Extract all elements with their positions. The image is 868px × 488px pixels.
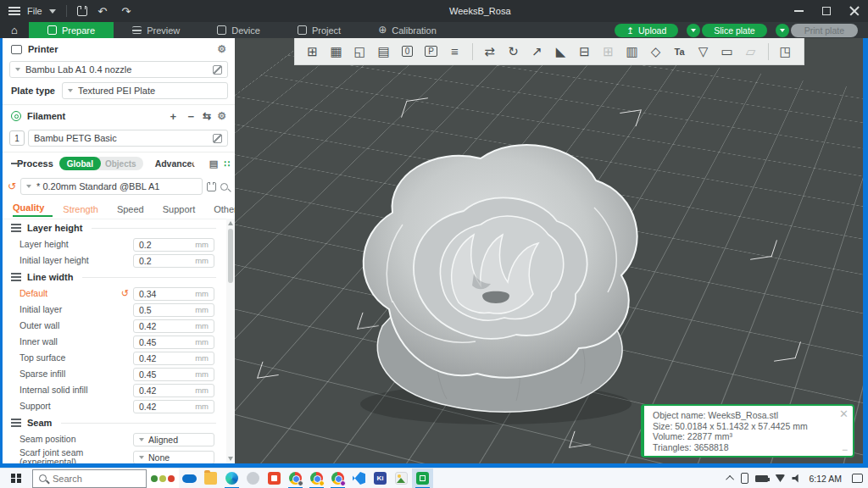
support-line-width-input[interactable]: 0.42mm	[133, 400, 214, 413]
tab-speed[interactable]: Speed	[117, 204, 153, 217]
mesh-boolean-icon[interactable]: ◇	[645, 42, 667, 62]
news-widget[interactable]	[147, 469, 179, 488]
scarf-joint-seam-dropdown[interactable]: None	[133, 451, 214, 463]
plate-p-icon[interactable]: P	[420, 42, 442, 62]
taskbar-search[interactable]	[32, 469, 147, 488]
tab-strength[interactable]: Strength	[63, 204, 107, 217]
tab-project[interactable]: Project	[279, 22, 359, 38]
close-button[interactable]	[849, 6, 860, 16]
taskbar-chrome-3[interactable]	[327, 469, 348, 488]
scale-icon[interactable]: ↗	[526, 42, 548, 62]
upload-button[interactable]: ↥ Upload	[615, 24, 678, 37]
reset-process-icon[interactable]: ↺	[8, 180, 16, 192]
undo-icon[interactable]: ↶	[94, 5, 111, 18]
text-tool-icon[interactable]: Ta	[669, 42, 691, 62]
plate-0-icon[interactable]: 0	[397, 42, 419, 62]
home-button[interactable]: ⌂	[0, 22, 29, 38]
edit-printer-icon[interactable]	[213, 65, 222, 75]
taskbar-kicad[interactable]: Ki	[370, 469, 391, 488]
collapse-info-icon[interactable]: −	[842, 445, 848, 455]
battery-icon[interactable]	[755, 475, 768, 482]
add-model-icon[interactable]: ⊞	[302, 42, 324, 62]
scroll-down-icon[interactable]	[228, 457, 233, 461]
compare-presets-icon[interactable]: ∷	[224, 158, 231, 169]
plate-type-dropdown[interactable]: Textured PEI Plate	[62, 82, 228, 99]
slice-options-chevron[interactable]	[687, 24, 700, 37]
split-to-objects-icon[interactable]: ⊟	[574, 42, 596, 62]
variable-layer-height-icon[interactable]: ▥	[621, 42, 643, 62]
auto-orient-icon[interactable]: ◱	[349, 42, 371, 62]
scope-global-pill[interactable]: Global	[59, 157, 101, 170]
add-plate-icon[interactable]: ▦	[326, 42, 348, 62]
rotate-icon[interactable]: ↻	[503, 42, 525, 62]
wifi-icon[interactable]	[775, 474, 785, 482]
scroll-up-icon[interactable]	[228, 221, 233, 225]
scrollbar-thumb[interactable]	[228, 229, 233, 283]
phone-link-icon[interactable]	[741, 473, 748, 484]
sync-filament-icon[interactable]: ⇆	[203, 110, 211, 122]
clock[interactable]: 6:12 AM	[809, 474, 842, 484]
printer-preset-dropdown[interactable]: Bambu Lab A1 0.4 nozzle	[9, 61, 228, 78]
volume-icon[interactable]	[792, 474, 802, 483]
outer-wall-line-width-input[interactable]: 0.42mm	[133, 319, 214, 333]
taskbar-paint-app[interactable]	[242, 469, 264, 488]
rose-model[interactable]	[308, 130, 681, 426]
menu-icon[interactable]	[8, 7, 20, 15]
layers-icon[interactable]: ≡	[444, 42, 466, 62]
taskbar-photos[interactable]	[391, 469, 412, 488]
measure-icon[interactable]: ▭	[716, 42, 738, 62]
taskbar-edge[interactable]	[221, 469, 242, 488]
taskbar-file-explorer[interactable]	[200, 469, 221, 488]
inner-wall-line-width-input[interactable]: 0.45mm	[133, 336, 214, 349]
reset-value-icon[interactable]: ↺	[121, 288, 129, 299]
tab-device[interactable]: Device	[198, 22, 279, 38]
close-info-icon[interactable]: ✕	[839, 408, 849, 419]
search-settings-icon[interactable]	[220, 183, 228, 191]
initial-layer-line-width-input[interactable]: 0.5mm	[133, 303, 214, 317]
file-menu[interactable]: File	[27, 6, 42, 16]
process-preset-dropdown[interactable]: * 0.20mm Standard @BBL A1	[20, 178, 203, 195]
taskbar-orange-app[interactable]	[264, 469, 285, 488]
filament-settings-gear-icon[interactable]: ⚙	[217, 111, 226, 121]
save-preset-icon[interactable]	[207, 182, 216, 191]
move-icon[interactable]: ⇄	[479, 42, 501, 62]
filament-preset-dropdown[interactable]: Bambu PETG Basic	[28, 130, 228, 147]
taskbar-onedrive[interactable]	[179, 469, 200, 488]
printer-settings-gear-icon[interactable]: ⚙	[217, 44, 226, 54]
search-input[interactable]	[53, 474, 129, 484]
save-icon[interactable]	[77, 6, 87, 16]
file-menu-chevron-icon[interactable]	[49, 9, 56, 14]
top-surface-line-width-input[interactable]: 0.42mm	[133, 352, 214, 365]
layer-height-input[interactable]: 0.2mm	[133, 238, 214, 252]
print-plate-button[interactable]: Print plate	[791, 24, 858, 37]
tab-others[interactable]: Others	[214, 204, 235, 217]
tab-calibration[interactable]: ⊕ Calibration	[359, 22, 455, 38]
arrange-icon[interactable]: ▤	[373, 42, 395, 62]
tab-quality[interactable]: Quality	[13, 202, 53, 217]
maximize-button[interactable]	[822, 7, 831, 15]
sparse-infill-line-width-input[interactable]: 0.45mm	[133, 368, 214, 381]
minimize-button[interactable]	[794, 10, 804, 12]
internal-solid-infill-line-width-input[interactable]: 0.42mm	[133, 384, 214, 397]
initial-layer-height-input[interactable]: 0.2mm	[133, 254, 214, 268]
taskbar-bambu-studio[interactable]	[412, 469, 433, 488]
parameter-list-icon[interactable]: ▤	[209, 158, 218, 169]
taskbar-chrome-1[interactable]	[285, 469, 306, 488]
remove-filament-icon[interactable]: −	[185, 110, 197, 123]
settings-scrollbar[interactable]	[226, 219, 235, 463]
print-options-chevron[interactable]	[776, 24, 789, 37]
edit-filament-icon[interactable]	[213, 134, 222, 143]
taskbar-vscode[interactable]	[348, 469, 370, 488]
seam-position-dropdown[interactable]: Aligned	[133, 433, 214, 446]
tab-preview[interactable]: Preview	[114, 22, 198, 38]
3d-viewport[interactable]: ⊞ ▦ ◱ ▤ 0 P ≡ ⇄ ↻ ↗ ◣ ⊟ ⊞ ▥ ◇ Ta	[235, 38, 863, 463]
hidden-icons-chevron-icon[interactable]	[726, 475, 735, 484]
start-button[interactable]	[0, 469, 32, 488]
slice-plate-button[interactable]: Slice plate	[702, 24, 766, 37]
explode-icon[interactable]: ◳	[775, 42, 797, 62]
default-line-width-input[interactable]: 0.34mm	[133, 287, 214, 301]
redo-icon[interactable]: ↷	[118, 5, 135, 18]
scope-objects-pill[interactable]: Objects	[101, 159, 143, 169]
filament-slot-number[interactable]: 1	[9, 130, 25, 146]
tab-prepare[interactable]: Prepare	[29, 22, 114, 38]
